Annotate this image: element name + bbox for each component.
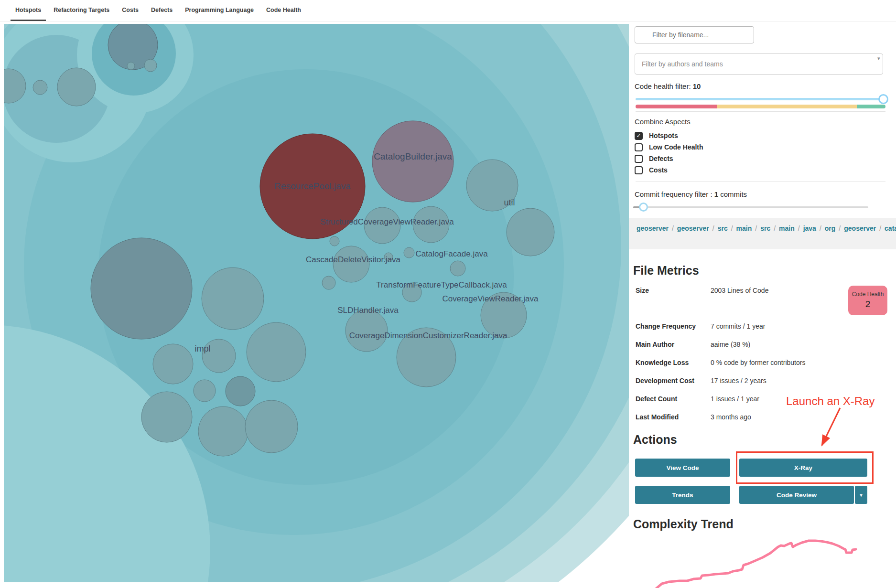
metric-row: Change Frequency7 commits / 1 year — [636, 322, 841, 331]
file-bubble[interactable] — [333, 246, 369, 282]
aspect-checkbox-low-code-health[interactable]: Low Code Health — [635, 141, 703, 153]
gradient-segment — [636, 105, 717, 108]
aspect-checkbox-hotspots[interactable]: ✓Hotspots — [635, 130, 703, 141]
file-bubble[interactable] — [194, 380, 216, 402]
metric-label: Development Cost — [636, 377, 711, 385]
breadcrumb-link[interactable]: src — [760, 225, 770, 232]
bubble-label: CoverageDimensionCustomizerReader.java — [349, 331, 507, 340]
file-bubble[interactable] — [144, 59, 157, 72]
checkbox-checked-icon[interactable]: ✓ — [635, 132, 643, 140]
file-bubble[interactable] — [372, 121, 453, 202]
code-health-slider-track[interactable] — [636, 98, 884, 100]
bubble-label: util — [504, 198, 515, 207]
metric-label: Defect Count — [636, 395, 711, 404]
metric-row: Size2003 Lines of Code — [636, 287, 841, 295]
checkbox-unchecked-icon[interactable] — [635, 143, 643, 151]
combine-aspects-list: ✓HotspotsLow Code HealthDefectsCosts — [635, 130, 703, 176]
file-bubble[interactable] — [322, 276, 335, 289]
checkbox-unchecked-icon[interactable] — [635, 166, 643, 174]
file-bubble[interactable] — [198, 406, 248, 456]
metric-label: Main Author — [636, 341, 711, 349]
breadcrumb-separator: / — [672, 225, 674, 232]
view-code-button[interactable]: View Code — [635, 459, 730, 477]
tab-code-health[interactable]: Code Health — [261, 0, 306, 21]
code-health-badge-label: Code Health — [848, 291, 887, 298]
metric-label: Change Frequency — [636, 322, 711, 331]
breadcrumb-link[interactable]: src — [718, 225, 728, 232]
file-bubble[interactable] — [330, 236, 339, 246]
file-bubble[interactable] — [57, 68, 96, 106]
tab-defects[interactable]: Defects — [146, 0, 177, 21]
file-bubble[interactable] — [450, 261, 465, 276]
breadcrumb-separator: / — [798, 225, 800, 232]
file-bubble[interactable] — [247, 322, 306, 382]
breadcrumb-separator: / — [712, 225, 714, 232]
chevron-down-icon: ▾ — [877, 55, 880, 62]
hotspot-bubble-map: ResourcePool.javaCatalogBuilder.javautil… — [4, 24, 629, 582]
file-bubble[interactable] — [345, 310, 388, 352]
breadcrumb-link[interactable]: catalog — [885, 225, 896, 232]
metric-label: Size — [636, 287, 711, 295]
breadcrumb-link[interactable]: main — [736, 225, 752, 232]
metric-value: 2003 Lines of Code — [711, 287, 841, 295]
file-metrics-rows: Size2003 Lines of CodeChange Frequency7 … — [636, 287, 841, 431]
code-health-filter-value: 10 — [693, 82, 701, 90]
breadcrumb-link[interactable]: java — [803, 225, 816, 232]
file-bubble[interactable] — [245, 400, 298, 453]
complexity-trend-chart — [629, 534, 896, 588]
top-nav: HotspotsRefactoring TargetsCostsDefectsP… — [0, 0, 896, 21]
trends-button[interactable]: Trends — [635, 486, 730, 504]
authors-filter-placeholder: Filter by authors and teams — [642, 60, 723, 68]
breadcrumb-link[interactable]: geoserver — [677, 225, 709, 232]
breadcrumb: geoserver/geoserver/src/main/src/main/ja… — [629, 218, 896, 249]
tab-hotspots[interactable]: Hotspots — [11, 0, 46, 21]
metric-value: aaime (38 %) — [711, 341, 841, 349]
aspect-checkbox-costs[interactable]: Costs — [635, 164, 703, 176]
metric-value: 0 % code by former contributors — [711, 359, 841, 367]
code-health-slider-thumb[interactable] — [878, 94, 888, 104]
aspect-label: Low Code Health — [649, 143, 703, 151]
file-bubble[interactable] — [33, 80, 47, 95]
breadcrumb-link[interactable]: org — [825, 225, 836, 232]
breadcrumb-link[interactable]: main — [779, 225, 795, 232]
authors-filter-select[interactable]: Filter by authors and teams — [635, 53, 883, 75]
code-health-badge-value: 2 — [848, 299, 887, 310]
file-bubble[interactable] — [202, 267, 264, 330]
code-health-badge: Code Health 2 — [848, 286, 887, 315]
file-bubble[interactable] — [226, 376, 255, 406]
bubble-label: TransformFeatureTypeCallback.java — [376, 280, 507, 289]
bubble-label: CatalogBuilder.java — [374, 151, 452, 161]
bubble-label: CatalogFacade.java — [415, 249, 488, 258]
file-metrics-title: File Metrics — [633, 264, 699, 278]
commit-slider-track[interactable] — [633, 206, 868, 208]
commit-slider-thumb[interactable] — [639, 203, 648, 212]
breadcrumb-link[interactable]: geoserver — [844, 225, 876, 232]
metric-row: Main Authoraaime (38 %) — [636, 341, 841, 349]
metric-value: 17 issues / 2 years — [711, 377, 841, 385]
breadcrumb-separator: / — [755, 225, 757, 232]
file-bubble[interactable] — [507, 208, 554, 256]
xray-button[interactable]: X-Ray — [739, 459, 867, 477]
breadcrumb-separator: / — [820, 225, 821, 232]
file-bubble[interactable] — [127, 62, 135, 70]
tab-costs[interactable]: Costs — [117, 0, 143, 21]
file-bubble[interactable] — [153, 344, 193, 384]
code-health-filter-label: Code health filter: 10 — [635, 82, 701, 90]
bubble-label: ResourcePool.java — [274, 181, 351, 191]
code-review-button[interactable]: Code Review — [739, 486, 854, 504]
file-bubble[interactable] — [141, 392, 192, 442]
aspect-label: Hotspots — [649, 132, 678, 139]
tab-programming-language[interactable]: Programming Language — [180, 0, 259, 21]
file-bubble[interactable] — [404, 247, 414, 258]
aspect-checkbox-defects[interactable]: Defects — [635, 153, 703, 164]
breadcrumb-link[interactable]: geoserver — [637, 225, 669, 232]
filename-filter-input[interactable] — [635, 26, 754, 43]
metric-value: 3 months ago — [711, 413, 841, 422]
app-window: HotspotsRefactoring TargetsCostsDefectsP… — [0, 0, 896, 588]
file-bubble[interactable] — [91, 238, 192, 339]
code-review-dropdown-caret[interactable]: ▾ — [855, 486, 867, 504]
breadcrumb-separator: / — [839, 225, 841, 232]
tab-refactoring-targets[interactable]: Refactoring Targets — [49, 0, 114, 21]
commit-frequency-value: 1 — [714, 190, 718, 198]
checkbox-unchecked-icon[interactable] — [635, 155, 643, 163]
